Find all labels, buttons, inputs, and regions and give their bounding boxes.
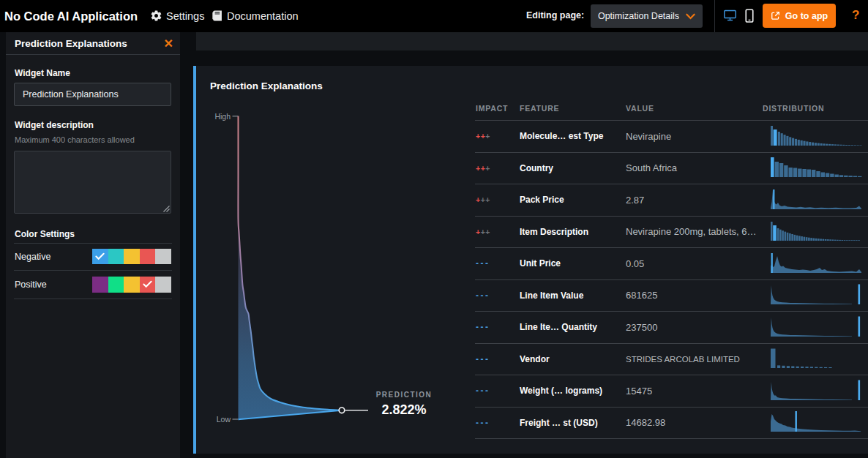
svg-text:2.822%: 2.822% xyxy=(381,402,426,417)
svg-text:Low: Low xyxy=(217,415,231,424)
svg-text:PREDICTION: PREDICTION xyxy=(376,391,433,399)
svg-text:High: High xyxy=(214,112,231,121)
